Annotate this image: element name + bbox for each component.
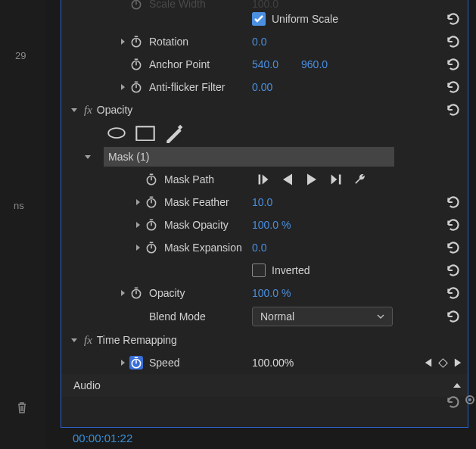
reset-button[interactable]	[445, 194, 462, 210]
property-rotation: Rotation 0.0	[61, 30, 468, 53]
property-label: Mask Expansion	[164, 242, 242, 254]
stopwatch-icon[interactable]	[145, 173, 158, 186]
fx-badge: fx	[84, 334, 92, 347]
mask-header[interactable]: Mask (1)	[61, 145, 468, 168]
property-label: Mask Path	[164, 173, 214, 186]
property-value[interactable]: 0.0	[252, 36, 266, 48]
collapse-toggle[interactable]	[69, 104, 79, 115]
partial-row	[61, 397, 468, 407]
stopwatch-icon[interactable]	[129, 286, 143, 300]
property-label: Blend Mode	[149, 310, 206, 323]
reset-button[interactable]	[445, 101, 462, 118]
reset-button[interactable]	[445, 239, 462, 256]
stopwatch-icon[interactable]	[129, 58, 143, 71]
collapse-toggle[interactable]	[82, 151, 93, 162]
reset-button[interactable]	[445, 79, 462, 95]
reset-button[interactable]	[445, 217, 462, 233]
wrench-icon[interactable]	[353, 173, 367, 186]
reset-button[interactable]	[445, 11, 462, 27]
rectangle-mask-button[interactable]	[135, 126, 155, 141]
property-value[interactable]: 10.0	[252, 196, 272, 208]
property-label: Rotation	[149, 36, 188, 48]
property-mask-expansion: Mask Expansion 0.0	[61, 236, 468, 259]
expand-toggle[interactable]	[117, 357, 128, 368]
property-anchor-point: Anchor Point 540.0 960.0	[61, 53, 468, 76]
section-time-remapping[interactable]: fx Time Remapping	[61, 329, 468, 351]
stopwatch-icon[interactable]	[129, 356, 143, 369]
property-label: Anti-flicker Filter	[149, 81, 225, 93]
property-speed: Speed 100.00%	[61, 351, 468, 374]
section-opacity[interactable]: fx Opacity	[61, 98, 468, 121]
expand-toggle[interactable]	[117, 82, 128, 92]
property-blend-mode: Blend Mode Normal	[61, 304, 468, 329]
left-text-1: 29	[15, 50, 26, 61]
property-mask-feather: Mask Feather 10.0	[61, 191, 468, 214]
collapse-toggle[interactable]	[69, 335, 79, 345]
property-value[interactable]: 100.0 %	[252, 219, 291, 231]
property-uniform-scale: Uniform Scale	[61, 8, 468, 30]
stopwatch-icon[interactable]	[129, 80, 143, 94]
blend-mode-dropdown[interactable]: Normal	[252, 307, 393, 326]
reset-button[interactable]	[445, 56, 462, 73]
property-value[interactable]: 100.0 %	[252, 287, 291, 299]
left-panel-strip: 29 ns	[0, 0, 45, 449]
prev-keyframe-button[interactable]	[423, 357, 434, 368]
expand-toggle[interactable]	[117, 288, 128, 298]
property-value[interactable]: 0.0	[252, 242, 266, 254]
property-label: Opacity	[149, 287, 185, 299]
caret-up-icon[interactable]	[453, 379, 462, 391]
anchor-x-value[interactable]: 540.0	[252, 58, 278, 70]
stopwatch-icon[interactable]	[145, 241, 158, 254]
checkbox-label: Uniform Scale	[272, 13, 338, 25]
expand-toggle[interactable]	[132, 220, 143, 230]
anchor-y-value[interactable]: 960.0	[301, 58, 328, 70]
svg-rect-5	[136, 126, 154, 140]
property-value[interactable]: 100.00%	[252, 357, 294, 369]
chevron-down-icon	[377, 313, 384, 320]
uniform-scale-checkbox[interactable]	[252, 12, 266, 26]
reset-button[interactable]	[445, 33, 462, 50]
property-opacity: Opacity 100.0 %	[61, 282, 468, 304]
property-mask-inverted: Inverted	[61, 259, 468, 282]
section-title: Time Remapping	[97, 334, 177, 346]
scroll-indicator[interactable]	[465, 395, 474, 404]
track-backward-one-frame[interactable]	[257, 173, 270, 186]
stopwatch-icon[interactable]	[145, 195, 158, 209]
section-audio[interactable]: Audio	[61, 374, 468, 397]
mask-name-field[interactable]: Mask (1)	[104, 147, 394, 167]
effect-controls-panel: Scale Width 100.0 Uniform Scale Rotation…	[61, 0, 468, 428]
mask-shape-tools	[61, 121, 468, 145]
track-backward-button[interactable]	[281, 173, 294, 186]
section-title: Audio	[73, 379, 101, 391]
property-mask-path: Mask Path	[61, 168, 468, 191]
stopwatch-icon[interactable]	[145, 218, 158, 232]
section-title: Opacity	[97, 104, 132, 116]
property-label: Anchor Point	[149, 58, 210, 70]
trash-icon[interactable]	[17, 401, 27, 413]
expand-toggle[interactable]	[117, 36, 128, 47]
reset-button[interactable]	[445, 308, 462, 325]
pen-mask-button[interactable]	[164, 126, 184, 141]
checkbox-label: Inverted	[272, 264, 310, 276]
property-label: Speed	[149, 357, 179, 369]
ellipse-mask-button[interactable]	[107, 126, 126, 141]
inverted-checkbox[interactable]	[252, 263, 266, 277]
reset-button[interactable]	[445, 285, 462, 301]
reset-button[interactable]	[445, 394, 462, 410]
timecode-display[interactable]: 00:00:01:22	[73, 432, 132, 444]
stopwatch-icon[interactable]	[129, 35, 143, 48]
left-text-2: ns	[14, 200, 24, 211]
expand-toggle[interactable]	[132, 242, 143, 253]
add-keyframe-button[interactable]	[438, 358, 448, 368]
property-scale-width: Scale Width 100.0	[61, 0, 468, 8]
track-forward-button[interactable]	[305, 173, 319, 186]
property-label: Mask Feather	[164, 196, 229, 208]
svg-point-4	[108, 128, 125, 138]
mask-name-text: Mask (1)	[108, 151, 149, 163]
dropdown-value: Normal	[260, 310, 294, 323]
property-value[interactable]: 0.00	[252, 81, 272, 93]
next-keyframe-button[interactable]	[453, 357, 463, 368]
reset-button[interactable]	[445, 262, 462, 279]
expand-toggle[interactable]	[132, 197, 143, 207]
track-forward-one-frame[interactable]	[329, 173, 343, 186]
